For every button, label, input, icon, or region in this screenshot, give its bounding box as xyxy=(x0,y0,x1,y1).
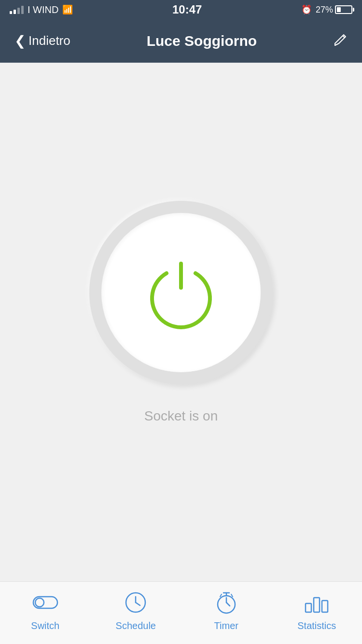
timer-icon xyxy=(213,589,239,616)
switch-icon xyxy=(32,589,58,616)
svg-line-5 xyxy=(136,602,140,605)
edit-button[interactable] xyxy=(333,32,348,50)
alarm-icon: ⏰ xyxy=(301,4,312,15)
battery-icon xyxy=(335,5,352,14)
edit-icon xyxy=(333,32,348,46)
svg-rect-14 xyxy=(314,598,320,612)
tab-switch-label: Switch xyxy=(31,620,59,631)
wifi-icon: 📶 xyxy=(62,4,73,15)
nav-bar: ❮ Indietro Luce Soggiorno xyxy=(0,19,362,63)
status-left: I WIND 📶 xyxy=(10,4,73,15)
carrier-text: I WIND xyxy=(28,4,58,15)
svg-line-8 xyxy=(226,602,230,606)
back-arrow-icon: ❮ xyxy=(14,33,26,49)
status-bar: I WIND 📶 10:47 ⏰ 27% xyxy=(0,0,362,19)
battery-fill xyxy=(337,7,341,12)
power-button-outer xyxy=(89,201,273,384)
svg-line-12 xyxy=(231,594,233,597)
tab-schedule-label: Schedule xyxy=(116,620,156,631)
tab-schedule[interactable]: Schedule xyxy=(107,589,165,631)
page-title: Luce Soggiorno xyxy=(147,33,257,49)
battery-percent: 27% xyxy=(316,5,333,15)
tab-statistics-label: Statistics xyxy=(297,620,336,631)
statistics-icon xyxy=(304,589,330,616)
back-label: Indietro xyxy=(28,33,70,48)
main-content: Socket is on xyxy=(0,63,362,581)
svg-rect-15 xyxy=(322,601,328,612)
tab-timer-label: Timer xyxy=(214,620,238,631)
status-right: ⏰ 27% xyxy=(301,4,352,15)
svg-line-11 xyxy=(220,594,222,597)
socket-status: Socket is on xyxy=(144,408,218,424)
back-button[interactable]: ❮ Indietro xyxy=(14,33,70,49)
signal-bars-icon xyxy=(10,5,24,14)
schedule-icon xyxy=(123,589,149,616)
battery-container: 27% xyxy=(316,5,352,15)
status-time: 10:47 xyxy=(172,3,202,16)
power-icon xyxy=(138,249,224,336)
power-button[interactable] xyxy=(101,213,261,372)
tab-switch[interactable]: Switch xyxy=(16,589,74,631)
tab-timer[interactable]: Timer xyxy=(197,589,255,631)
svg-rect-13 xyxy=(306,603,311,612)
tab-statistics[interactable]: Statistics xyxy=(288,589,346,631)
tab-bar: Switch Schedule xyxy=(0,581,362,644)
svg-point-2 xyxy=(35,598,44,607)
